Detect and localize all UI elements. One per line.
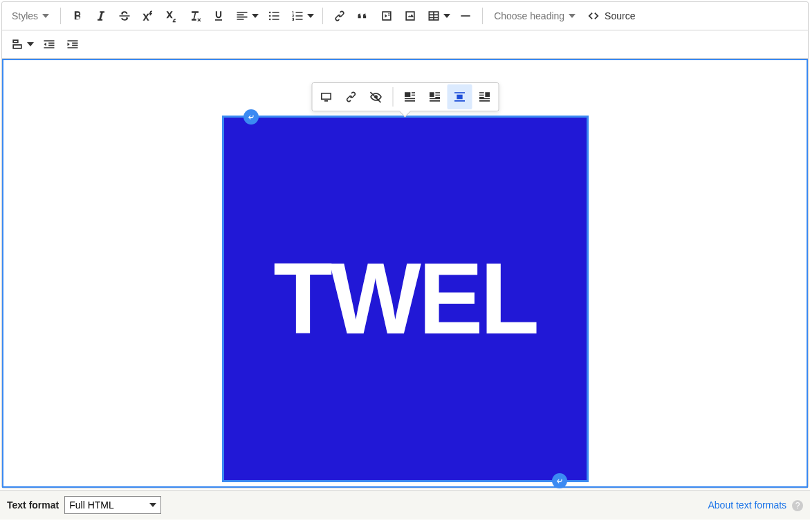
image-balloon-toolbar xyxy=(311,82,499,111)
toggle-caption-button[interactable] xyxy=(363,84,388,109)
return-icon xyxy=(247,113,255,121)
drag-handle-bottom[interactable] xyxy=(552,473,567,488)
styles-dropdown-label: Styles xyxy=(12,10,38,21)
numbered-list-icon xyxy=(291,9,304,23)
align-icon xyxy=(235,9,249,23)
heading-dropdown[interactable]: Choose heading xyxy=(488,5,581,27)
image-properties-button[interactable] xyxy=(313,84,338,109)
align-left-icon xyxy=(427,90,441,104)
editor-container: Styles Choose heading Source xyxy=(1,1,809,488)
table-button[interactable] xyxy=(423,5,445,27)
about-text-formats-link[interactable]: About text formats xyxy=(708,499,787,511)
link-button[interactable] xyxy=(329,5,351,27)
source-icon xyxy=(587,9,600,23)
chevron-down-icon xyxy=(27,42,34,46)
blockquote-button[interactable] xyxy=(352,5,374,27)
help-icon[interactable]: ? xyxy=(792,500,803,511)
bold-button[interactable] xyxy=(66,5,89,27)
italic-button[interactable] xyxy=(90,5,112,27)
indent-button[interactable] xyxy=(62,33,84,55)
separator xyxy=(322,8,323,24)
text-format-select[interactable]: Full HTML xyxy=(64,496,161,514)
remove-format-button[interactable] xyxy=(184,5,206,27)
separator xyxy=(392,87,393,107)
indent-icon xyxy=(66,37,80,51)
strikethrough-icon xyxy=(118,9,131,23)
superscript-button[interactable] xyxy=(137,5,159,27)
underline-button[interactable] xyxy=(208,5,230,27)
subscript-button[interactable] xyxy=(160,5,183,27)
bullet-list-icon xyxy=(267,9,281,23)
svg-point-0 xyxy=(269,12,271,14)
separator xyxy=(482,8,483,24)
media-icon xyxy=(380,9,394,23)
selected-image-widget[interactable]: TWEL xyxy=(222,116,589,482)
superscript-icon xyxy=(141,9,155,23)
bold-icon xyxy=(71,9,84,23)
align-right-icon xyxy=(477,90,491,104)
bullet-list-button[interactable] xyxy=(263,5,285,27)
numbered-list-button[interactable] xyxy=(286,5,309,27)
image-icon xyxy=(403,9,417,23)
return-icon xyxy=(555,477,564,485)
footer-right: About text formats ? xyxy=(708,499,804,511)
horizontal-rule-button[interactable] xyxy=(454,5,477,27)
strikethrough-button[interactable] xyxy=(113,5,136,27)
separator xyxy=(60,8,61,24)
align-left-button[interactable] xyxy=(422,84,447,109)
chevron-down-icon xyxy=(569,12,576,19)
editor-content-area[interactable]: TWEL xyxy=(2,59,808,488)
quote-icon xyxy=(356,9,370,23)
image-content: TWEL xyxy=(224,118,587,480)
svg-point-2 xyxy=(269,19,271,21)
outdent-icon xyxy=(42,37,56,51)
align-none-button[interactable] xyxy=(397,84,422,109)
outdent-button[interactable] xyxy=(38,33,60,55)
heading-dropdown-label: Choose heading xyxy=(494,10,564,21)
media-button[interactable] xyxy=(376,5,398,27)
align-dropdown-button[interactable] xyxy=(231,5,253,27)
remove-format-icon xyxy=(188,9,202,23)
footer-bar: Text format Full HTML About text formats… xyxy=(0,490,810,520)
source-button-label: Source xyxy=(605,10,635,21)
underline-icon xyxy=(212,9,225,23)
styles-dropdown[interactable]: Styles xyxy=(6,5,55,27)
show-blocks-icon xyxy=(10,37,24,51)
display-icon xyxy=(319,90,333,104)
horizontal-rule-icon xyxy=(459,9,472,23)
eye-off-icon xyxy=(369,90,383,104)
image-logo-text: TWEL xyxy=(273,240,537,358)
chevron-down-icon xyxy=(252,14,259,18)
align-right-button[interactable] xyxy=(472,84,497,109)
chevron-down-icon xyxy=(307,14,314,18)
svg-point-1 xyxy=(269,15,271,17)
align-center-icon xyxy=(452,90,466,104)
toolbar-row-2 xyxy=(2,30,808,59)
image-button[interactable] xyxy=(399,5,421,27)
text-format-control: Text format Full HTML xyxy=(7,496,161,514)
show-blocks-button[interactable] xyxy=(6,33,28,55)
chevron-down-icon xyxy=(42,12,49,19)
link-icon xyxy=(344,90,358,104)
image-link-button[interactable] xyxy=(338,84,363,109)
italic-icon xyxy=(94,9,108,23)
table-icon xyxy=(427,9,441,23)
drag-handle-top[interactable] xyxy=(243,109,259,125)
align-block-left-icon xyxy=(403,90,416,104)
source-button[interactable]: Source xyxy=(582,5,639,27)
text-format-label: Text format xyxy=(7,499,59,511)
subscript-icon xyxy=(165,9,178,23)
chevron-down-icon xyxy=(443,14,450,18)
align-center-button[interactable] xyxy=(447,84,472,109)
toolbar-row-1: Styles Choose heading Source xyxy=(2,2,808,30)
link-icon xyxy=(333,9,347,23)
